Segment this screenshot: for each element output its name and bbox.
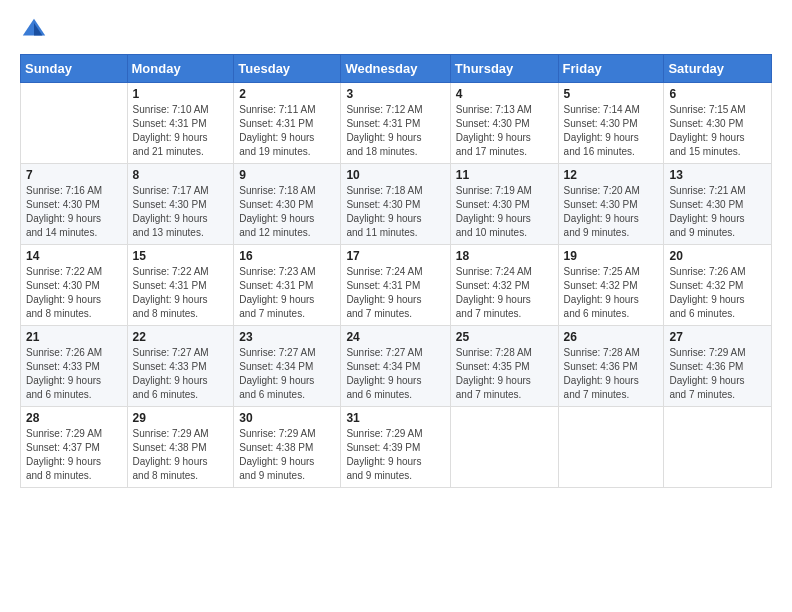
day-number: 9 <box>239 168 335 182</box>
day-number: 29 <box>133 411 229 425</box>
logo <box>20 16 52 44</box>
calendar-table: SundayMondayTuesdayWednesdayThursdayFrid… <box>20 54 772 488</box>
day-number: 31 <box>346 411 444 425</box>
day-info: Sunrise: 7:24 AMSunset: 4:32 PMDaylight:… <box>456 265 553 321</box>
page: SundayMondayTuesdayWednesdayThursdayFrid… <box>0 0 792 612</box>
calendar-cell: 13Sunrise: 7:21 AMSunset: 4:30 PMDayligh… <box>664 164 772 245</box>
calendar-cell <box>558 407 664 488</box>
calendar-cell: 17Sunrise: 7:24 AMSunset: 4:31 PMDayligh… <box>341 245 450 326</box>
calendar-cell: 7Sunrise: 7:16 AMSunset: 4:30 PMDaylight… <box>21 164 128 245</box>
day-info: Sunrise: 7:29 AMSunset: 4:39 PMDaylight:… <box>346 427 444 483</box>
day-info: Sunrise: 7:28 AMSunset: 4:36 PMDaylight:… <box>564 346 659 402</box>
calendar-week-row: 28Sunrise: 7:29 AMSunset: 4:37 PMDayligh… <box>21 407 772 488</box>
day-info: Sunrise: 7:19 AMSunset: 4:30 PMDaylight:… <box>456 184 553 240</box>
calendar-cell <box>21 83 128 164</box>
day-number: 14 <box>26 249 122 263</box>
day-number: 19 <box>564 249 659 263</box>
day-info: Sunrise: 7:14 AMSunset: 4:30 PMDaylight:… <box>564 103 659 159</box>
calendar-cell: 24Sunrise: 7:27 AMSunset: 4:34 PMDayligh… <box>341 326 450 407</box>
calendar-cell: 3Sunrise: 7:12 AMSunset: 4:31 PMDaylight… <box>341 83 450 164</box>
calendar-cell: 4Sunrise: 7:13 AMSunset: 4:30 PMDaylight… <box>450 83 558 164</box>
day-info: Sunrise: 7:21 AMSunset: 4:30 PMDaylight:… <box>669 184 766 240</box>
weekday-header-saturday: Saturday <box>664 55 772 83</box>
calendar-cell: 11Sunrise: 7:19 AMSunset: 4:30 PMDayligh… <box>450 164 558 245</box>
calendar-cell: 5Sunrise: 7:14 AMSunset: 4:30 PMDaylight… <box>558 83 664 164</box>
weekday-header-wednesday: Wednesday <box>341 55 450 83</box>
calendar-cell: 23Sunrise: 7:27 AMSunset: 4:34 PMDayligh… <box>234 326 341 407</box>
day-number: 3 <box>346 87 444 101</box>
calendar-cell: 26Sunrise: 7:28 AMSunset: 4:36 PMDayligh… <box>558 326 664 407</box>
calendar-cell: 14Sunrise: 7:22 AMSunset: 4:30 PMDayligh… <box>21 245 128 326</box>
calendar-cell: 22Sunrise: 7:27 AMSunset: 4:33 PMDayligh… <box>127 326 234 407</box>
calendar-cell: 10Sunrise: 7:18 AMSunset: 4:30 PMDayligh… <box>341 164 450 245</box>
day-info: Sunrise: 7:29 AMSunset: 4:36 PMDaylight:… <box>669 346 766 402</box>
calendar-cell: 12Sunrise: 7:20 AMSunset: 4:30 PMDayligh… <box>558 164 664 245</box>
day-number: 22 <box>133 330 229 344</box>
day-number: 11 <box>456 168 553 182</box>
calendar-cell: 19Sunrise: 7:25 AMSunset: 4:32 PMDayligh… <box>558 245 664 326</box>
day-info: Sunrise: 7:13 AMSunset: 4:30 PMDaylight:… <box>456 103 553 159</box>
calendar-cell: 1Sunrise: 7:10 AMSunset: 4:31 PMDaylight… <box>127 83 234 164</box>
day-info: Sunrise: 7:23 AMSunset: 4:31 PMDaylight:… <box>239 265 335 321</box>
calendar-cell: 16Sunrise: 7:23 AMSunset: 4:31 PMDayligh… <box>234 245 341 326</box>
calendar-cell: 2Sunrise: 7:11 AMSunset: 4:31 PMDaylight… <box>234 83 341 164</box>
calendar-cell: 30Sunrise: 7:29 AMSunset: 4:38 PMDayligh… <box>234 407 341 488</box>
calendar-cell: 29Sunrise: 7:29 AMSunset: 4:38 PMDayligh… <box>127 407 234 488</box>
day-info: Sunrise: 7:17 AMSunset: 4:30 PMDaylight:… <box>133 184 229 240</box>
calendar-cell: 18Sunrise: 7:24 AMSunset: 4:32 PMDayligh… <box>450 245 558 326</box>
weekday-header-tuesday: Tuesday <box>234 55 341 83</box>
day-number: 18 <box>456 249 553 263</box>
day-number: 20 <box>669 249 766 263</box>
calendar-week-row: 14Sunrise: 7:22 AMSunset: 4:30 PMDayligh… <box>21 245 772 326</box>
day-info: Sunrise: 7:25 AMSunset: 4:32 PMDaylight:… <box>564 265 659 321</box>
day-info: Sunrise: 7:12 AMSunset: 4:31 PMDaylight:… <box>346 103 444 159</box>
day-info: Sunrise: 7:28 AMSunset: 4:35 PMDaylight:… <box>456 346 553 402</box>
day-number: 6 <box>669 87 766 101</box>
day-number: 5 <box>564 87 659 101</box>
calendar-cell <box>664 407 772 488</box>
day-info: Sunrise: 7:20 AMSunset: 4:30 PMDaylight:… <box>564 184 659 240</box>
weekday-header-friday: Friday <box>558 55 664 83</box>
calendar-week-row: 21Sunrise: 7:26 AMSunset: 4:33 PMDayligh… <box>21 326 772 407</box>
calendar-week-row: 7Sunrise: 7:16 AMSunset: 4:30 PMDaylight… <box>21 164 772 245</box>
day-number: 4 <box>456 87 553 101</box>
calendar-cell: 8Sunrise: 7:17 AMSunset: 4:30 PMDaylight… <box>127 164 234 245</box>
day-number: 28 <box>26 411 122 425</box>
day-number: 25 <box>456 330 553 344</box>
day-info: Sunrise: 7:26 AMSunset: 4:33 PMDaylight:… <box>26 346 122 402</box>
calendar-cell: 31Sunrise: 7:29 AMSunset: 4:39 PMDayligh… <box>341 407 450 488</box>
calendar-cell: 6Sunrise: 7:15 AMSunset: 4:30 PMDaylight… <box>664 83 772 164</box>
day-number: 26 <box>564 330 659 344</box>
calendar-cell <box>450 407 558 488</box>
day-number: 27 <box>669 330 766 344</box>
day-info: Sunrise: 7:22 AMSunset: 4:30 PMDaylight:… <box>26 265 122 321</box>
day-number: 23 <box>239 330 335 344</box>
day-number: 17 <box>346 249 444 263</box>
day-info: Sunrise: 7:18 AMSunset: 4:30 PMDaylight:… <box>346 184 444 240</box>
day-info: Sunrise: 7:26 AMSunset: 4:32 PMDaylight:… <box>669 265 766 321</box>
calendar-cell: 27Sunrise: 7:29 AMSunset: 4:36 PMDayligh… <box>664 326 772 407</box>
day-info: Sunrise: 7:27 AMSunset: 4:34 PMDaylight:… <box>239 346 335 402</box>
day-info: Sunrise: 7:29 AMSunset: 4:38 PMDaylight:… <box>239 427 335 483</box>
weekday-header-monday: Monday <box>127 55 234 83</box>
day-info: Sunrise: 7:16 AMSunset: 4:30 PMDaylight:… <box>26 184 122 240</box>
calendar-cell: 9Sunrise: 7:18 AMSunset: 4:30 PMDaylight… <box>234 164 341 245</box>
header <box>20 16 772 44</box>
day-number: 7 <box>26 168 122 182</box>
calendar-cell: 28Sunrise: 7:29 AMSunset: 4:37 PMDayligh… <box>21 407 128 488</box>
calendar-week-row: 1Sunrise: 7:10 AMSunset: 4:31 PMDaylight… <box>21 83 772 164</box>
day-info: Sunrise: 7:10 AMSunset: 4:31 PMDaylight:… <box>133 103 229 159</box>
day-info: Sunrise: 7:29 AMSunset: 4:37 PMDaylight:… <box>26 427 122 483</box>
day-info: Sunrise: 7:11 AMSunset: 4:31 PMDaylight:… <box>239 103 335 159</box>
day-number: 24 <box>346 330 444 344</box>
calendar-cell: 20Sunrise: 7:26 AMSunset: 4:32 PMDayligh… <box>664 245 772 326</box>
weekday-header-sunday: Sunday <box>21 55 128 83</box>
day-number: 16 <box>239 249 335 263</box>
day-info: Sunrise: 7:24 AMSunset: 4:31 PMDaylight:… <box>346 265 444 321</box>
day-number: 13 <box>669 168 766 182</box>
calendar-cell: 15Sunrise: 7:22 AMSunset: 4:31 PMDayligh… <box>127 245 234 326</box>
day-number: 30 <box>239 411 335 425</box>
weekday-header-thursday: Thursday <box>450 55 558 83</box>
day-info: Sunrise: 7:27 AMSunset: 4:34 PMDaylight:… <box>346 346 444 402</box>
day-number: 21 <box>26 330 122 344</box>
